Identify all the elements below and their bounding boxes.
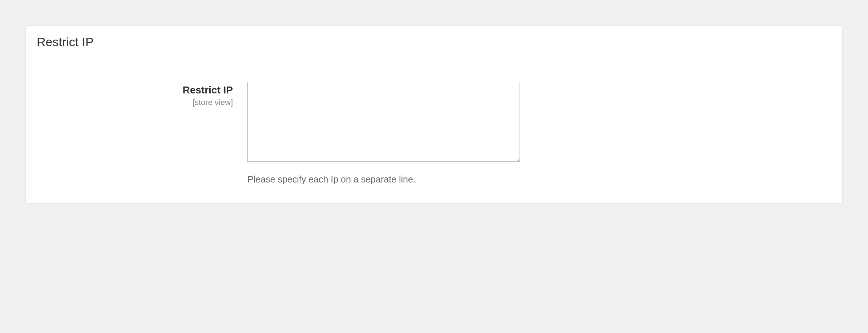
label-column: Restrict IP [store view]: [44, 82, 247, 107]
input-column: Please specify each Ip on a separate lin…: [247, 82, 520, 185]
restrict-ip-row: Restrict IP [store view] Please specify …: [44, 82, 831, 185]
restrict-ip-panel: Restrict IP Restrict IP [store view] Ple…: [25, 25, 843, 203]
restrict-ip-textarea[interactable]: [247, 82, 520, 162]
restrict-ip-scope: [store view]: [44, 98, 233, 107]
restrict-ip-label: Restrict IP: [44, 84, 233, 96]
panel-title: Restrict IP: [37, 35, 831, 49]
restrict-ip-note: Please specify each Ip on a separate lin…: [247, 174, 520, 185]
